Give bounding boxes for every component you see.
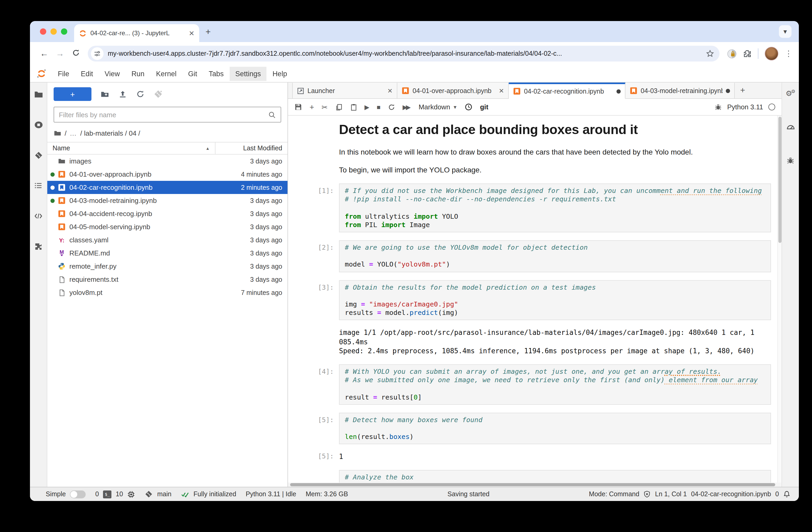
simple-mode-toggle[interactable] xyxy=(70,490,86,498)
file-browser-icon[interactable] xyxy=(33,89,44,99)
running-sessions-icon[interactable] xyxy=(33,119,44,130)
breadcrumb-path[interactable]: / lab-materials / 04 / xyxy=(80,129,140,137)
menu-view[interactable]: View xyxy=(99,67,126,81)
git-clone-button[interactable] xyxy=(154,89,163,99)
tab-label[interactable]: 04-03-model-retraining.ipynb xyxy=(641,87,723,95)
upload-button[interactable] xyxy=(118,90,127,99)
code-cell[interactable]: [5]:# Detect how many boxes were found l… xyxy=(288,413,777,445)
tab-search-chevron-icon[interactable]: ▼ xyxy=(779,25,792,38)
notifications-count[interactable]: 0 xyxy=(775,490,779,498)
filter-files-input[interactable] xyxy=(59,111,268,118)
file-row[interactable]: images3 days ago xyxy=(47,155,288,168)
menu-settings[interactable]: Settings xyxy=(229,67,267,81)
code-editor[interactable]: # If you did not use the Workbench image… xyxy=(339,184,771,232)
vertical-scrollbar[interactable] xyxy=(777,116,782,483)
code-editor[interactable]: # We are going to use the YOLOv8m model … xyxy=(339,240,771,272)
file-name[interactable]: remote_infer.py xyxy=(69,262,250,270)
menu-file[interactable]: File xyxy=(52,67,75,81)
history-clock-icon[interactable] xyxy=(465,103,473,111)
dashboard-icon[interactable] xyxy=(785,121,796,132)
home-folder-icon[interactable] xyxy=(54,129,61,137)
restart-run-all-button[interactable]: ▶▶ xyxy=(403,103,409,111)
password-extension-icon[interactable] xyxy=(727,48,737,59)
file-name[interactable]: classes.yaml xyxy=(69,236,250,244)
maximize-window-button[interactable] xyxy=(61,28,67,35)
minimize-window-button[interactable] xyxy=(50,28,57,35)
close-icon[interactable]: ✕ xyxy=(499,87,504,95)
bell-icon[interactable] xyxy=(783,490,791,498)
unsaved-dot-icon[interactable] xyxy=(726,89,730,93)
url-text[interactable]: my-workbench-user4.apps.cluster-7jdr7.7j… xyxy=(103,50,706,57)
file-row[interactable]: yolov8m.pt7 minutes ago xyxy=(47,286,288,299)
cut-cell-button[interactable]: ✂ xyxy=(322,103,328,111)
new-tab-button[interactable]: + xyxy=(205,27,211,37)
doc-tab-launcher[interactable]: Launcher✕ xyxy=(292,83,397,99)
file-name[interactable]: images xyxy=(69,157,250,165)
menu-run[interactable]: Run xyxy=(126,67,150,81)
property-inspector-icon[interactable]: ⚙⚙ xyxy=(785,88,796,98)
file-row[interactable]: 04-01-over-approach.ipynb4 minutes ago xyxy=(47,168,288,181)
file-row[interactable]: remote_infer.py3 days ago xyxy=(47,260,288,273)
unsaved-dot-icon[interactable] xyxy=(617,89,621,93)
profile-avatar[interactable] xyxy=(765,47,778,60)
file-name[interactable]: 04-03-model-retraining.ipynb xyxy=(69,197,250,204)
browser-tab[interactable]: 04-02-car-re... (3) - JupyterL ✕ xyxy=(74,24,199,42)
new-folder-button[interactable] xyxy=(100,90,109,99)
menu-edit[interactable]: Edit xyxy=(75,67,99,81)
file-name[interactable]: yolov8m.pt xyxy=(69,289,241,297)
stop-kernel-button[interactable]: ■ xyxy=(377,103,380,111)
site-settings-icon[interactable] xyxy=(91,47,103,60)
paste-cell-button[interactable] xyxy=(350,103,357,111)
doc-tab-04-03-model-retraining-ipynb[interactable]: 04-03-model-retraining.ipynb xyxy=(625,83,735,99)
run-cell-button[interactable]: ▶ xyxy=(364,103,369,111)
file-row[interactable]: 04-02-car-recognition.ipynb2 minutes ago xyxy=(47,181,288,194)
code-cell[interactable]: # Analyze the box xyxy=(288,470,777,483)
refresh-file-list-button[interactable] xyxy=(136,90,145,98)
tab-label[interactable]: 04-02-car-recognition.ipynb xyxy=(524,87,613,95)
terminals-count[interactable]: 0 xyxy=(95,490,99,498)
kernels-count[interactable]: 10 xyxy=(116,490,123,498)
file-row[interactable]: 04-04-accident-recog.ipynb3 days ago xyxy=(47,207,288,220)
doc-tab-04-02-car-recognition-ipynb[interactable]: 04-02-car-recognition.ipynb xyxy=(509,83,625,99)
url-bar[interactable]: my-workbench-user4.apps.cluster-7jdr7.7j… xyxy=(88,46,720,61)
code-editor[interactable]: # Detect how many boxes were found len(r… xyxy=(339,413,771,445)
git-branch-name[interactable]: main xyxy=(157,490,171,498)
tab-label[interactable]: 04-01-over-approach.ipynb xyxy=(412,87,496,95)
vertical-scrollbar-thumb[interactable] xyxy=(778,117,782,243)
active-filename[interactable]: 04-02-car-recognition.ipynb xyxy=(691,490,771,498)
reload-button[interactable] xyxy=(68,48,84,59)
bookmark-star-icon[interactable] xyxy=(706,49,714,58)
file-name[interactable]: 04-04-accident-recog.ipynb xyxy=(69,210,250,218)
menu-help[interactable]: Help xyxy=(267,67,293,81)
file-name[interactable]: 04-01-over-approach.ipynb xyxy=(69,170,241,178)
file-name[interactable]: 04-05-model-serving.ipynb xyxy=(69,223,250,231)
file-row[interactable]: 04-05-model-serving.ipynb3 days ago xyxy=(47,220,288,233)
code-editor[interactable]: # Obtain the results for the model predi… xyxy=(339,280,771,320)
file-name[interactable]: 04-02-car-recognition.ipynb xyxy=(69,184,241,191)
close-icon[interactable]: ✕ xyxy=(387,87,393,95)
close-window-button[interactable] xyxy=(40,28,46,35)
code-cell[interactable]: [4]:# With YOLO you can submit an array … xyxy=(288,364,777,405)
breadcrumb-root[interactable]: / xyxy=(64,129,67,137)
table-of-contents-icon[interactable] xyxy=(33,180,44,191)
file-row[interactable]: Y:classes.yaml3 days ago xyxy=(47,233,288,247)
forward-button[interactable]: → xyxy=(52,49,68,58)
file-name[interactable]: requirements.txt xyxy=(69,275,250,283)
browser-menu-icon[interactable]: ⋮ xyxy=(785,49,793,58)
kernel-name[interactable]: Python 3.11 xyxy=(727,103,763,111)
code-editor[interactable]: # With YOLO you can submit an array of i… xyxy=(339,364,771,405)
breadcrumb-ellipsis[interactable]: … xyxy=(70,129,77,137)
doc-tab-04-01-over-approach-ipynb[interactable]: 04-01-over-approach.ipynb✕ xyxy=(397,83,509,99)
tab-label[interactable]: Launcher xyxy=(307,87,384,95)
code-cell[interactable]: [2]:# We are going to use the YOLOv8m mo… xyxy=(288,240,777,272)
column-name[interactable]: Name ▲ xyxy=(53,145,215,152)
extensions-puzzle-icon[interactable] xyxy=(743,49,752,58)
extensions-icon[interactable] xyxy=(33,241,44,252)
filter-files-box[interactable] xyxy=(54,107,281,123)
debugger-icon[interactable] xyxy=(785,155,796,166)
back-button[interactable]: ← xyxy=(36,49,52,58)
cursor-position[interactable]: Ln 1, Col 1 xyxy=(655,490,687,498)
menu-kernel[interactable]: Kernel xyxy=(150,67,183,81)
code-snippets-icon[interactable] xyxy=(33,211,44,221)
kernel-status-text[interactable]: Python 3.11 | Idle xyxy=(246,490,296,498)
